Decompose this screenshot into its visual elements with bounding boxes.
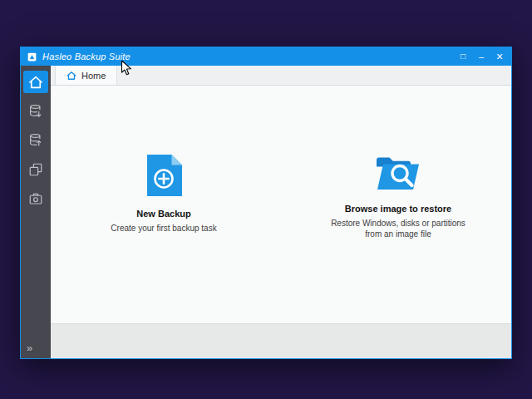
main-column: Home New Backup	[51, 66, 511, 358]
sidebar-item-toolkit[interactable]	[23, 187, 48, 209]
browse-restore-title: Browse image to restore	[302, 204, 495, 214]
tab-bar: Home	[51, 66, 511, 86]
app-window: Hasleo Backup Suite □ – ×	[20, 47, 512, 359]
window-controls: □ – ×	[454, 47, 509, 66]
window-body: » Home	[21, 66, 511, 358]
sidebar-item-restore[interactable]	[23, 129, 48, 151]
app-logo-icon	[27, 52, 37, 62]
home-tab-icon	[66, 71, 76, 81]
sidebar-item-home[interactable]	[23, 71, 48, 93]
tab-home-label: Home	[81, 71, 106, 81]
browse-restore-icon	[374, 153, 422, 193]
new-backup-subtitle: Create your first backup task	[67, 223, 260, 234]
browse-restore-option[interactable]: Browse image to restore Restore Windows,…	[302, 146, 495, 240]
home-icon	[28, 75, 43, 90]
sidebar-item-backup[interactable]	[23, 100, 48, 122]
app-icon	[27, 52, 37, 62]
toolkit-icon	[28, 191, 43, 206]
tab-home[interactable]: Home	[55, 66, 117, 85]
sidebar: »	[21, 66, 51, 358]
maximize-button[interactable]: □	[454, 47, 472, 66]
sidebar-expand-button[interactable]: »	[27, 342, 32, 354]
sidebar-item-clone[interactable]	[23, 158, 48, 180]
browse-restore-subtitle-line2: from an image file	[302, 229, 495, 240]
clone-icon	[28, 162, 43, 177]
minimize-button[interactable]: –	[472, 47, 490, 66]
browse-restore-subtitle: Restore Windows, disks or partitions fro…	[302, 218, 495, 240]
window-title: Hasleo Backup Suite	[42, 52, 131, 62]
bottom-bar	[51, 323, 511, 358]
restore-disks-icon	[28, 133, 43, 148]
new-backup-icon-wrap	[67, 151, 260, 198]
new-backup-icon	[145, 153, 183, 198]
new-backup-title: New Backup	[67, 209, 260, 219]
browse-restore-subtitle-line1: Restore Windows, disks or partitions	[302, 218, 495, 229]
browse-restore-icon-wrap	[302, 146, 495, 193]
backup-disks-icon	[28, 104, 43, 119]
main-content: New Backup Create your first backup task	[51, 86, 511, 323]
new-backup-option[interactable]: New Backup Create your first backup task	[67, 151, 260, 234]
desktop: Hasleo Backup Suite □ – ×	[0, 0, 532, 399]
close-button[interactable]: ×	[490, 47, 509, 66]
titlebar[interactable]: Hasleo Backup Suite □ – ×	[21, 47, 511, 66]
